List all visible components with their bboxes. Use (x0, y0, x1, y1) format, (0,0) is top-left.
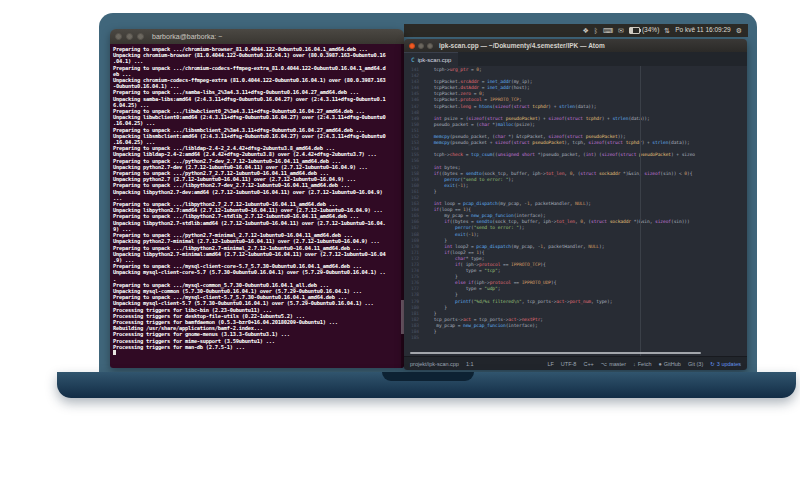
terminal-line: Unpacking python2.7-minimal (2.7.12-1ubu… (113, 238, 400, 244)
wrap-guide (640, 66, 641, 356)
atom-maximize-button[interactable] (427, 43, 433, 49)
terminal-maximize-button[interactable] (137, 33, 144, 40)
terminal-close-button[interactable] (115, 33, 122, 40)
line-ending[interactable]: LF (547, 361, 553, 367)
session-gear-icon[interactable]: ⚙ (736, 27, 742, 34)
terminal-line: Unpacking libldap-2.4-2:amd64 (2.4.42+df… (113, 151, 400, 157)
terminal-line: Preparing to unpack .../samba-libs_2%3a4… (113, 89, 400, 95)
terminal-line: Preparing to unpack .../libpython2.7-std… (113, 213, 400, 219)
atom-titlebar[interactable]: ipk-scan.cpp — ~/Dokumenty/4.semester/IP… (404, 39, 747, 52)
git-changes[interactable]: Git (3) (688, 361, 703, 367)
network-arrows-icon[interactable]: ⇅ (664, 27, 670, 34)
updates-available[interactable]: ↻3 updates (710, 361, 741, 367)
terminal-output[interactable]: Preparing to unpack .../chromium-browser… (110, 44, 404, 368)
terminal-line: Preparing to unpack .../chromium-codecs-… (113, 65, 400, 71)
terminal-line: Unpacking chromium-browser (81.0.4044.12… (113, 52, 400, 58)
atom-status-bar: projekt/ipk-scan.cpp1:1 LFUTF-8C++⌥maste… (404, 356, 747, 370)
terminal-line: Unpacking mysql-client-5.7 (5.7.30-0ubun… (113, 300, 400, 306)
terminal-line: Unpacking libpython2.7-minimal:amd64 (2.… (113, 251, 400, 257)
laptop-screen-bezel: ❖ᛒ⌨✉(34%)⇅Po kvě 11 16:09:29⚙ barborka@b… (99, 13, 757, 373)
ubuntu-top-panel: ❖ᛒ⌨✉(34%)⇅Po kvě 11 16:09:29⚙ (404, 24, 748, 37)
terminal-cursor (113, 350, 116, 355)
file-path[interactable]: projekt/ipk-scan.cpp (410, 361, 459, 367)
terminal-window: barborka@barborka: ~ Preparing to unpack… (110, 29, 404, 368)
atom-close-button[interactable] (409, 43, 415, 49)
cursor-position[interactable]: 1:1 (466, 361, 474, 367)
terminal-line: Preparing to unpack .../libsmbclient_2%3… (113, 127, 400, 133)
status-left-group: projekt/ipk-scan.cpp1:1 (410, 361, 474, 367)
terminal-line: Preparing to unpack .../libpython2.7-min… (113, 245, 400, 251)
battery-icon[interactable]: (34%) (629, 27, 659, 34)
terminal-line: Unpacking libsmbclient:amd64 (2:4.3.11+d… (113, 133, 400, 139)
clock[interactable]: Po kvě 11 16:09:29 (675, 27, 731, 34)
laptop-base (57, 372, 796, 398)
status-right-group: LFUTF-8C++⌥master↓Fetch●GitHubGit (3)↻3 … (547, 361, 741, 367)
git-branch[interactable]: ⌥master (601, 361, 626, 367)
atom-window: ipk-scan.cpp — ~/Dokumenty/4.semester/IP… (404, 39, 747, 370)
terminal-title: barborka@barborka: ~ (152, 33, 222, 40)
terminal-prompt-line (113, 350, 400, 356)
editor-horizontal-scrollbar[interactable] (410, 352, 701, 354)
git-fetch[interactable]: ↓Fetch (633, 361, 652, 367)
atom-tab-bar: C ipk-scan.cpp (404, 52, 747, 66)
grammar[interactable]: C++ (583, 361, 593, 367)
terminal-minimize-button[interactable] (126, 33, 133, 40)
keyboard-indicator-icon[interactable]: ⌨ (603, 27, 613, 34)
atom-window-title: ipk-scan.cpp — ~/Dokumenty/4.semester/IP… (439, 42, 605, 49)
terminal-line: Unpacking libpython2.7-dev:amd64 (2.7.12… (113, 189, 400, 195)
laptop-base-notch (382, 372, 474, 381)
tab-label: ipk-scan.cpp (418, 57, 452, 63)
code-editor[interactable]: 141 tcph->urg_ptr = 0;142 143 tcpPacket.… (404, 66, 747, 356)
code-line: 185 (404, 335, 747, 341)
encoding[interactable]: UTF-8 (561, 361, 577, 367)
github-button[interactable]: ●GitHub (658, 361, 680, 367)
terminal-line: Unpacking mysql-client-core-5.7 (5.7.30-… (113, 269, 400, 275)
atom-minimize-button[interactable] (418, 43, 424, 49)
input-method-icon[interactable]: ❖ (582, 27, 588, 34)
tab-ipk-scan[interactable]: C ipk-scan.cpp (404, 52, 458, 66)
terminal-line: Unpacking libpython2.7-stdlib:amd64 (2.7… (113, 220, 400, 226)
terminal-line: Unpacking samba-libs:amd64 (2:4.3.11+dfs… (113, 96, 400, 102)
c-file-icon: C (411, 56, 415, 63)
mail-icon[interactable]: ✉ (618, 27, 624, 34)
bluetooth-icon[interactable]: ᛒ (594, 27, 598, 34)
laptop-mockup: ❖ᛒ⌨✉(34%)⇅Po kvě 11 16:09:29⚙ barborka@b… (0, 0, 800, 477)
terminal-line: Unpacking libwbclient0:amd64 (2:4.3.11+d… (113, 114, 400, 120)
terminal-titlebar[interactable]: barborka@barborka: ~ (110, 29, 404, 44)
